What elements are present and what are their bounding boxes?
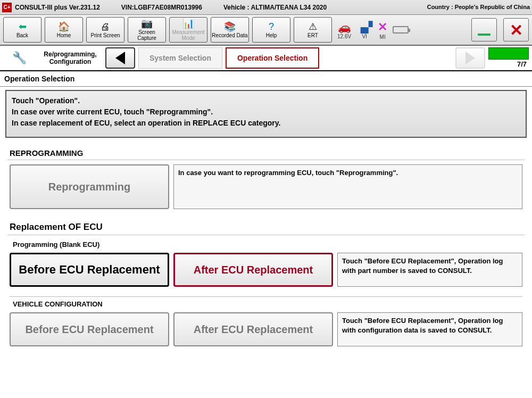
close-button[interactable]: ✕ (503, 18, 529, 42)
camera-icon: 📷 (141, 19, 153, 28)
reprogramming-button[interactable]: Reprogramming (10, 164, 169, 209)
nav-prev-button[interactable] (105, 47, 135, 69)
vehicle-label: Vehicle : ALTIMA/TEANA L34 2020 (223, 4, 327, 11)
instruction-line: Touch "Operation". (12, 95, 520, 106)
instruction-box: Touch "Operation". In case over write cu… (5, 90, 527, 138)
recorded-data-button[interactable]: 📚Recorded Data (211, 17, 249, 43)
info-bar: C+ CONSULT-III plus Ver.231.12 VIN:LGBF7… (0, 0, 532, 15)
after-ecu-replacement-config-button[interactable]: After ECU Replacement (173, 312, 333, 346)
breadcrumb-step-prev[interactable]: System Selection (138, 47, 222, 69)
breadcrumb-step-current[interactable]: Operation Selection (226, 47, 319, 69)
back-arrow-icon: ⬅ (19, 22, 27, 31)
home-button[interactable]: 🏠Home (45, 17, 83, 43)
section-title: Operation Selection (0, 71, 532, 87)
programming-desc: Touch "Before ECU Replacement", Operatio… (337, 253, 522, 287)
status-icons: 🚗12.6V ▗▞VI ✕MI (337, 20, 409, 40)
minimize-button[interactable] (471, 18, 497, 42)
screen-capture-button[interactable]: 📷Screen Capture (128, 17, 166, 43)
mode-icon: 🔧 (3, 47, 35, 69)
printer-icon: 🖨 (101, 22, 110, 31)
vin-label: VIN:LGBF7AE08MR013996 (121, 4, 202, 11)
close-icon: ✕ (510, 21, 523, 39)
before-ecu-replacement-button[interactable]: Before ECU Replacement (10, 253, 169, 287)
nav-next-button (455, 47, 485, 69)
app-title: CONSULT-III plus Ver.231.12 (15, 4, 100, 11)
help-icon: ? (269, 22, 274, 31)
progress-bar (488, 47, 529, 60)
mi-status: ✕MI (378, 20, 387, 40)
vi-status: ▗▞VI (356, 21, 372, 39)
progress-text: 7/7 (488, 60, 529, 69)
home-icon: 🏠 (58, 22, 70, 31)
instruction-line: In case over write current ECU, touch "R… (12, 106, 520, 118)
vehicle-config-subtitle: VEHICLE CONFIGURATION (10, 296, 522, 309)
breadcrumb-row: 🔧 Re/programming, Configuration System S… (0, 46, 532, 71)
back-button[interactable]: ⬅Back (3, 17, 41, 43)
mode-label: Re/programming, Configuration (38, 51, 102, 66)
vehicle-config-desc: Touch "Before ECU Replacement", Operatio… (337, 312, 522, 346)
x-icon: ✕ (378, 20, 387, 34)
car-icon: 🚗 (338, 21, 351, 34)
country-label: Country : People's Republic of China (427, 4, 530, 10)
progress-indicator: 7/7 (488, 47, 529, 69)
measurement-icon: 📊 (182, 19, 194, 28)
print-button[interactable]: 🖨Print Screen (86, 17, 124, 43)
programming-subtitle: Programming (Blank ECU) (10, 239, 522, 250)
battery-status (393, 26, 409, 34)
voltage-status: 🚗12.6V (337, 21, 351, 39)
instruction-line: In case replacement of ECU, select an op… (12, 118, 520, 129)
main-area: Touch "Operation". In case over write cu… (0, 87, 532, 353)
help-button[interactable]: ?Help (252, 17, 290, 43)
triangle-left-icon (115, 52, 125, 64)
battery-icon (393, 26, 409, 34)
triangle-right-icon (466, 52, 475, 64)
after-ecu-replacement-button[interactable]: After ECU Replacement (173, 253, 333, 287)
replacement-title: Replacement OF ECU (7, 219, 525, 235)
toolbar: ⬅Back 🏠Home 🖨Print Screen 📷Screen Captur… (0, 15, 532, 46)
ert-button[interactable]: ⚠ERT (294, 17, 332, 43)
measurement-button[interactable]: 📊Measurement Mode (169, 17, 207, 43)
reprogramming-desc: In case you want to reprogramming ECU, t… (173, 164, 522, 209)
app-icon: C+ (2, 3, 12, 12)
before-ecu-replacement-config-button[interactable]: Before ECU Replacement (10, 312, 169, 346)
vi-icon: ▗▞ (356, 21, 372, 34)
reprogramming-title: REPROGRAMMING (7, 145, 525, 160)
recorded-icon: 📚 (224, 22, 236, 31)
warning-icon: ⚠ (309, 22, 317, 31)
minimize-icon (478, 34, 491, 36)
